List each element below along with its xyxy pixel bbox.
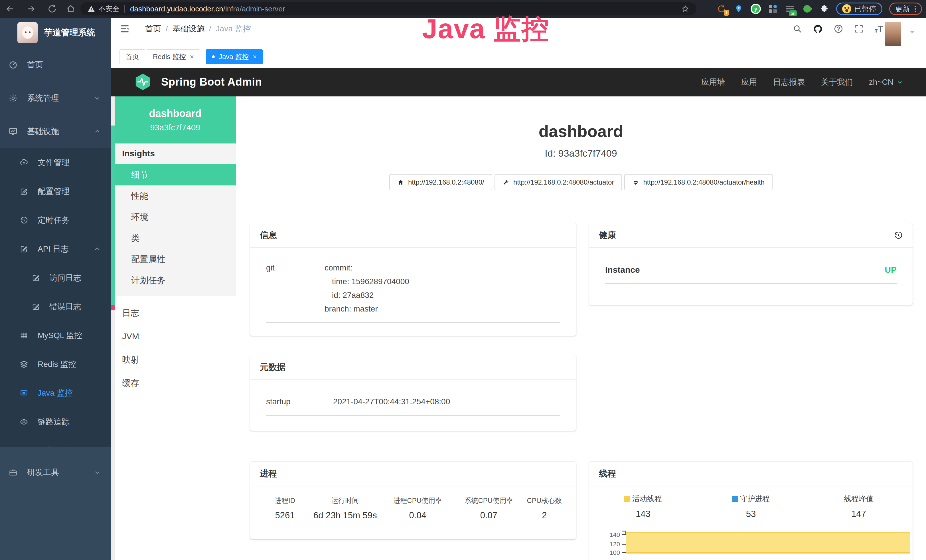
sidebar-item-infrastructure[interactable]: 基础设施 <box>0 115 111 148</box>
browser-reload-button[interactable] <box>47 4 57 14</box>
sba-menu-classes[interactable]: 类 <box>115 228 236 249</box>
sidebar-item-mysql-monitor[interactable]: MySQL 监控 <box>0 321 111 350</box>
not-secure-warning-icon <box>87 5 95 13</box>
sba-nav-applications[interactable]: 应用 <box>741 77 757 88</box>
search-icon[interactable] <box>793 24 802 34</box>
health-card: 健康 Instance UP <box>589 223 912 305</box>
sba-menu-caches[interactable]: 缓存 <box>115 371 236 395</box>
history-clock-icon <box>20 216 28 224</box>
cpu-cores-value: 2 <box>521 510 567 521</box>
sba-logo-icon <box>133 73 153 91</box>
live-threads-area-series <box>626 532 910 554</box>
info-card: 信息 git commit: time: 1596289704000 id: 2… <box>250 223 576 336</box>
service-url-button[interactable]: http://192.168.0.2:48080/ <box>389 174 492 190</box>
health-instance-label: Instance <box>605 265 640 275</box>
sidebar-item-access-logs[interactable]: 访问日志 <box>0 263 111 292</box>
address-bar[interactable]: 不安全 dashboard.yudao.iocoder.cn/infra/adm… <box>80 2 696 15</box>
gear-icon <box>9 94 18 103</box>
extension-refresh-icon[interactable]: 1 <box>716 4 727 14</box>
browser-home-button[interactable] <box>66 4 76 14</box>
sidebar-item-trace[interactable]: 链路追踪 <box>0 407 111 436</box>
help-icon[interactable] <box>834 24 843 34</box>
avatar-caret-down-icon[interactable] <box>910 31 915 36</box>
scrollbar-track[interactable] <box>111 97 115 560</box>
actuator-url-button[interactable]: http://192.168.0.2:48080/actuator <box>495 174 622 190</box>
spring-boot-admin-frame: Spring Boot Admin 应用墙 应用 日志报表 关于我们 zh~CN… <box>111 68 926 560</box>
hamburger-menu-icon[interactable] <box>120 24 130 34</box>
sba-menu-environment[interactable]: 环境 <box>115 207 236 228</box>
chevron-down-icon <box>94 94 101 102</box>
sba-menu-config-props[interactable]: 配置属性 <box>115 249 236 270</box>
tab-java-monitor[interactable]: Java 监控 × <box>206 49 263 64</box>
font-size-icon[interactable]: тT <box>875 24 883 34</box>
browser-back-button[interactable] <box>5 4 15 14</box>
user-avatar[interactable] <box>885 22 901 46</box>
sba-nav-about[interactable]: 关于我们 <box>821 77 853 88</box>
browser-update-menu-button[interactable]: 更新 <box>889 3 922 15</box>
sba-instance-sidebar: dashboard 93a3fc7f7409 Insights 细节 性能 环境… <box>115 97 236 560</box>
sba-navbar: Spring Boot Admin 应用墙 应用 日志报表 关于我们 zh~CN <box>111 68 926 97</box>
y-axis-tick-label: 140 <box>604 531 620 539</box>
kebab-menu-icon <box>915 6 916 12</box>
sba-menu-details[interactable]: 细节 <box>115 164 236 185</box>
sba-menu-scheduled-tasks[interactable]: 计划任务 <box>115 270 236 291</box>
process-card-title: 进程 <box>250 462 576 486</box>
sidebar-item-home[interactable]: 首页 <box>0 48 111 81</box>
tab-home[interactable]: 首页 <box>120 49 145 64</box>
extension-leaf-icon[interactable] <box>802 4 812 14</box>
edit-icon <box>20 187 28 196</box>
browser-forward-button[interactable] <box>26 4 36 14</box>
briefcase-icon <box>9 468 18 477</box>
sba-language-select[interactable]: zh~CN <box>869 77 903 87</box>
sidebar-item-config-management[interactable]: 配置管理 <box>0 177 111 206</box>
breadcrumb: 首页 / 基础设施 / Java 监控 <box>145 18 251 40</box>
sidebar-item-redis-monitor[interactable]: Redis 监控 <box>0 350 111 378</box>
sidebar-item-system-management[interactable]: 系统管理 <box>0 81 111 115</box>
bookmark-star-icon[interactable] <box>681 5 690 13</box>
extensions-puzzle-icon[interactable] <box>819 4 829 14</box>
sba-nav-wallboard[interactable]: 应用墙 <box>701 77 725 88</box>
peak-threads-stat: 线程峰值 147 <box>805 494 912 519</box>
extension-pin-icon[interactable] <box>734 4 744 14</box>
system-cpu-value: 0.07 <box>456 510 521 521</box>
tab-redis-monitor[interactable]: Redis 监控 × <box>147 49 200 64</box>
fullscreen-icon[interactable] <box>854 24 864 34</box>
peak-threads-value: 147 <box>805 509 912 519</box>
metadata-card-title: 元数据 <box>250 355 576 380</box>
wrench-icon <box>502 179 509 186</box>
scrollbar-thumb[interactable] <box>111 126 115 305</box>
sba-menu-metrics[interactable]: 性能 <box>115 185 236 207</box>
sba-nav-journal[interactable]: 日志报表 <box>773 77 805 88</box>
history-icon[interactable] <box>894 231 903 240</box>
sidebar-item-scheduled-tasks[interactable]: 定时任务 <box>0 206 111 235</box>
metadata-card: 元数据 startup 2021-04-27T00:44:31.254+08:0… <box>250 355 576 431</box>
close-icon[interactable]: × <box>190 53 194 61</box>
sidebar-item-api-logs[interactable]: API 日志 <box>0 235 111 263</box>
breadcrumb-home[interactable]: 首页 <box>145 23 161 34</box>
chevron-down-icon <box>896 79 903 86</box>
profile-paused-button[interactable]: 已暂停 <box>836 3 882 15</box>
extension-on-icon[interactable]: on <box>785 4 795 14</box>
active-tab-dot <box>212 55 215 58</box>
health-url-button[interactable]: http://192.168.0.2:48080/actuator/health <box>624 174 773 190</box>
extension-grid-icon[interactable] <box>768 4 778 14</box>
breadcrumb-separator: / <box>166 24 168 33</box>
sba-brand[interactable]: Spring Boot Admin <box>133 73 262 91</box>
app-logo-block[interactable]: 芋道管理系统 <box>17 22 95 43</box>
sba-menu-mappings[interactable]: 映射 <box>115 348 236 371</box>
github-icon[interactable] <box>813 24 823 34</box>
close-icon[interactable]: × <box>253 53 257 61</box>
app-title: 芋道管理系统 <box>44 27 95 38</box>
sidebar-item-error-logs[interactable]: 错误日志 <box>0 292 111 321</box>
instance-header[interactable]: dashboard 93a3fc7f7409 <box>115 97 236 144</box>
sidebar-item-dev-tools[interactable]: 研发工具 <box>0 457 111 488</box>
daemon-threads-value: 53 <box>697 509 805 519</box>
security-label[interactable]: 不安全 <box>99 4 119 14</box>
extension-y-icon[interactable]: y <box>750 4 761 14</box>
breadcrumb-infrastructure[interactable]: 基础设施 <box>172 23 204 34</box>
sidebar-item-file-management[interactable]: 文件管理 <box>0 148 111 177</box>
sidebar-item-java-monitor[interactable]: Java 监控 <box>0 378 111 407</box>
sba-menu-logs[interactable]: 日志 <box>115 301 236 325</box>
sba-menu-jvm[interactable]: JVM <box>115 325 236 348</box>
y-axis-tick-label: 100 <box>604 549 620 557</box>
